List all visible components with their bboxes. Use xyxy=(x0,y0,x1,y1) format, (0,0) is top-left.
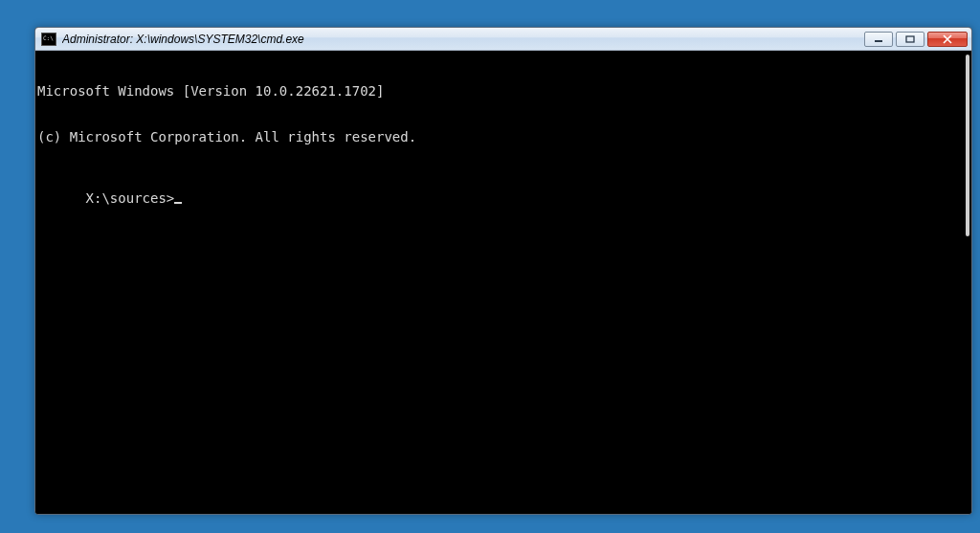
maximize-button[interactable] xyxy=(896,32,924,47)
cmd-window: Administrator: X:\windows\SYSTEM32\cmd.e… xyxy=(34,27,972,515)
window-title: Administrator: X:\windows\SYSTEM32\cmd.e… xyxy=(62,33,864,46)
terminal-line: (c) Microsoft Corporation. All rights re… xyxy=(37,129,960,144)
close-button[interactable] xyxy=(927,32,968,47)
minimize-icon xyxy=(874,35,883,43)
terminal-line: Microsoft Windows [Version 10.0.22621.17… xyxy=(37,83,960,99)
maximize-icon xyxy=(905,35,915,43)
cursor xyxy=(174,202,182,204)
titlebar[interactable]: Administrator: X:\windows\SYSTEM32\cmd.e… xyxy=(35,28,971,51)
prompt-line: X:\sources> xyxy=(86,190,183,206)
svg-rect-0 xyxy=(875,40,882,42)
prompt-text: X:\sources> xyxy=(86,190,175,206)
scrollbar[interactable] xyxy=(966,55,969,236)
window-controls xyxy=(864,32,968,47)
terminal[interactable]: Microsoft Windows [Version 10.0.22621.17… xyxy=(35,51,960,514)
svg-rect-1 xyxy=(906,36,914,42)
cmd-icon xyxy=(41,33,56,46)
minimize-button[interactable] xyxy=(864,32,893,47)
client-area: Microsoft Windows [Version 10.0.22621.17… xyxy=(35,51,971,514)
close-icon xyxy=(942,34,953,44)
